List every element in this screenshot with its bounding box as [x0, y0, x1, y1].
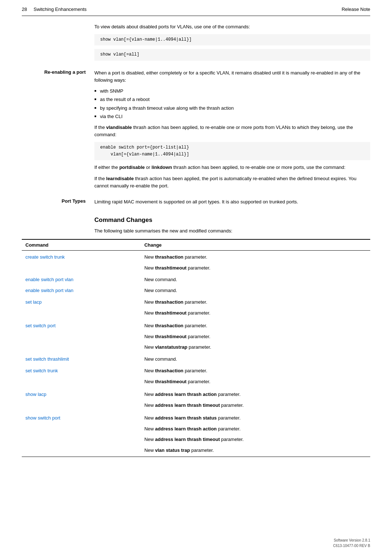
change-show-switch-port-1: New address learn thrash status paramete… — [141, 412, 370, 424]
change-create-trunk-1: New thrashaction parameter. — [141, 251, 370, 263]
cmd-enable-switch-port-vlan-1[interactable]: enable switch port vlan — [22, 274, 141, 285]
change-show-switch-port-4: New vlan status trap parameter. — [141, 445, 370, 457]
main-content: To view details about disabled ports for… — [0, 16, 392, 464]
table-row: set switch thrashlimit New command. — [22, 354, 370, 365]
command-changes-intro-text: The following table summarises the new a… — [94, 228, 232, 234]
table-head: Command Change — [22, 239, 370, 251]
bullet-cli: via the CLI — [94, 113, 370, 120]
footer-line2: C613-10477-00 REV B — [333, 543, 370, 548]
change-show-lacp-1: New address learn thrash action paramete… — [141, 388, 370, 400]
port-types-label-text: Port Types — [62, 198, 86, 204]
change-show-switch-port-2: New address learn thrash action paramete… — [141, 424, 370, 434]
bullet-snmp: with SNMP — [94, 88, 370, 95]
table-row: enable switch port vlan New command. — [22, 274, 370, 285]
bullet-reboot: as the result of a reboot — [94, 96, 370, 103]
table-row: set switch port New thrashaction paramet… — [22, 319, 370, 331]
page: 28 Switching Enhancements Release Note T… — [0, 0, 392, 555]
doc-type: Release Note — [342, 7, 370, 12]
change-set-switch-port-1: New thrashaction parameter. — [141, 319, 370, 331]
table-row: show lacp New address learn thrash actio… — [22, 388, 370, 400]
page-number: 28 Switching Enhancements — [22, 7, 87, 12]
port-types-section: Port Types Limiting rapid MAC movement i… — [22, 198, 370, 209]
reenabling-body: When a port is disabled, either complete… — [94, 69, 370, 193]
command-changes-intro: The following table summarises the new a… — [22, 227, 370, 235]
change-set-thrashlimit: New command. — [141, 354, 370, 365]
page-footer: Software Version 2.8.1 C613-10477-00 REV… — [333, 538, 370, 548]
col-command: Command — [22, 239, 141, 251]
footer-line1: Software Version 2.8.1 — [333, 538, 370, 543]
page-header: 28 Switching Enhancements Release Note — [0, 0, 392, 16]
change-set-lacp-2: New thrashtimeout parameter. — [141, 308, 370, 320]
cmd-show-switch-port[interactable]: show switch port — [22, 412, 141, 457]
table-row: create switch trunk New thrashaction par… — [22, 251, 370, 263]
table-row: set lacp New thrashaction parameter. — [22, 296, 370, 308]
table-body: create switch trunk New thrashaction par… — [22, 251, 370, 457]
change-show-lacp-2: New address learn thrash timeout paramet… — [141, 400, 370, 412]
table-header-row: Command Change — [22, 239, 370, 251]
change-enable-port-vlan-1: New command. — [141, 274, 370, 285]
bullet-timeout: by specifying a thrash timeout value alo… — [94, 105, 370, 112]
change-set-trunk-2: New thrashtimeout parameter. — [141, 376, 370, 388]
change-set-switch-port-2: New thrashtimeout parameter. — [141, 331, 370, 342]
reenabling-para3: If either the portdisable or linkdown th… — [94, 164, 370, 171]
change-set-lacp-1: New thrashaction parameter. — [141, 296, 370, 308]
change-show-switch-port-3: New address learn thrash timeout paramet… — [141, 434, 370, 445]
command-changes-heading-text: Command Changes — [94, 216, 152, 223]
reenabling-para1: When a port is disabled, either complete… — [94, 69, 370, 84]
cmd-set-switch-trunk[interactable]: set switch trunk — [22, 364, 141, 388]
intro-section: To view details about disabled ports for… — [22, 23, 370, 64]
reenabling-label: Re-enabling a port — [22, 69, 94, 193]
command-changes-heading: Command Changes — [22, 216, 370, 224]
port-types-body: Limiting rapid MAC movement is supported… — [94, 198, 370, 209]
cmd-set-lacp[interactable]: set lacp — [22, 296, 141, 319]
change-enable-port-vlan-2: New command. — [141, 285, 370, 296]
port-types-label: Port Types — [22, 198, 94, 209]
port-types-text: Limiting rapid MAC movement is supported… — [94, 198, 370, 206]
reenabling-para2: If the vlandisable thrash action has bee… — [94, 124, 370, 138]
code-show-vlan1: show vlan[={vlan-name|1..4094|all}] — [94, 34, 370, 45]
change-create-trunk-2: New thrashtimeout parameter. — [141, 263, 370, 275]
section-title-text: Switching Enhancements — [34, 7, 87, 12]
table-row: set switch trunk New thrashaction parame… — [22, 364, 370, 376]
intro-body: To view details about disabled ports for… — [94, 23, 370, 64]
intro-paragraph: To view details about disabled ports for… — [94, 23, 370, 31]
reenabling-bullets: with SNMP as the result of a reboot by s… — [94, 88, 370, 120]
reenabling-label-text: Re-enabling a port — [44, 69, 86, 75]
doc-type-text: Release Note — [342, 7, 370, 12]
cmd-show-lacp[interactable]: show lacp — [22, 388, 141, 412]
cmd-set-switch-port[interactable]: set switch port — [22, 319, 141, 354]
code-show-vlan2: show vlan[=all] — [94, 49, 370, 60]
reenabling-para4: If the learndisable thrash action has be… — [94, 175, 370, 190]
reenabling-section: Re-enabling a port When a port is disabl… — [22, 69, 370, 193]
intro-label — [22, 23, 94, 64]
command-table: Command Change create switch trunk New t… — [22, 239, 370, 457]
col-change: Change — [141, 239, 370, 251]
code-enable-switch: enable switch port={port-list|all} vlan[… — [94, 142, 370, 160]
change-set-switch-port-3: New vlanstatustrap parameter. — [141, 342, 370, 354]
page-num-text: 28 — [22, 7, 27, 12]
table-row: enable switch port vlan New command. — [22, 285, 370, 296]
change-set-trunk-1: New thrashaction parameter. — [141, 364, 370, 376]
cmd-create-switch-trunk[interactable]: create switch trunk — [22, 251, 141, 275]
cmd-set-switch-thrashlimit[interactable]: set switch thrashlimit — [22, 354, 141, 365]
table-row: show switch port New address learn thras… — [22, 412, 370, 424]
cmd-enable-switch-port-vlan-2[interactable]: enable switch port vlan — [22, 285, 141, 296]
